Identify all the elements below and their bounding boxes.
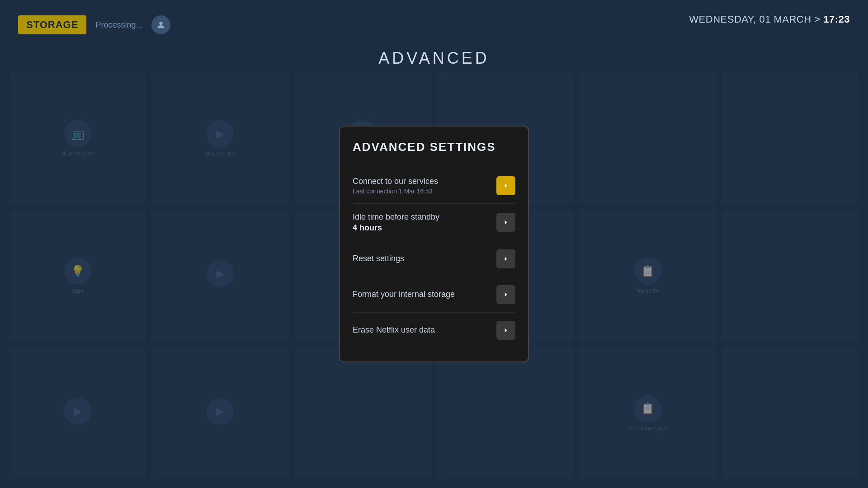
reset-button[interactable] (496, 249, 515, 268)
settings-item-connect-text: Connect to our services Last connection … (353, 176, 489, 195)
format-button[interactable] (496, 285, 515, 304)
modal-title: ADVANCED SETTINGS (353, 140, 515, 154)
idle-button[interactable] (496, 213, 515, 232)
idle-label: Idle time before standby (353, 212, 489, 222)
netflix-label: Erase Netflix user data (353, 325, 489, 335)
settings-item-idle: Idle time before standby 4 hours (353, 203, 515, 241)
format-label: Format your internal storage (353, 289, 489, 300)
settings-item-idle-text: Idle time before standby 4 hours (353, 212, 489, 233)
modal-overlay: ADVANCED SETTINGS Connect to our service… (0, 0, 868, 488)
idle-value: 4 hours (353, 223, 489, 233)
netflix-button[interactable] (496, 321, 515, 340)
settings-item-netflix: Erase Netflix user data (353, 312, 515, 348)
connect-label: Connect to our services (353, 176, 489, 187)
settings-item-netflix-text: Erase Netflix user data (353, 325, 489, 335)
settings-item-reset-text: Reset settings (353, 253, 489, 264)
connect-sublabel: Last connection 1 Mar 16:53 (353, 188, 489, 195)
settings-item-format: Format your internal storage (353, 277, 515, 312)
advanced-settings-modal: ADVANCED SETTINGS Connect to our service… (339, 126, 529, 362)
reset-label: Reset settings (353, 253, 489, 264)
settings-item-reset: Reset settings (353, 241, 515, 277)
settings-item-format-text: Format your internal storage (353, 289, 489, 300)
settings-item-connect: Connect to our services Last connection … (353, 168, 515, 203)
connect-button[interactable] (496, 176, 515, 195)
